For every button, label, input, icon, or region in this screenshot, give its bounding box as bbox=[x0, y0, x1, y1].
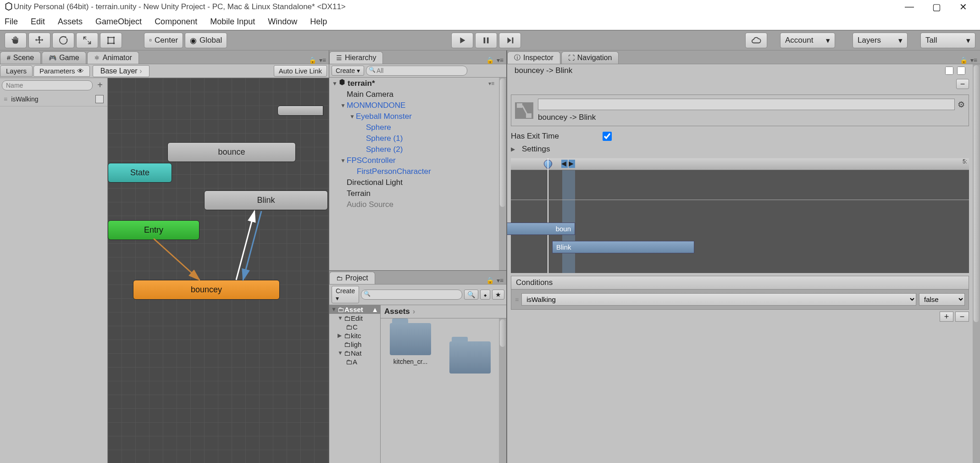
lock-icon[interactable]: 🔒 bbox=[960, 56, 968, 64]
tab-options-icon[interactable]: ▾≡ bbox=[970, 56, 977, 64]
menu-edit[interactable]: Edit bbox=[31, 17, 45, 27]
hierarchy-search-input[interactable] bbox=[366, 66, 467, 76]
tab-options-icon[interactable]: ▾≡ bbox=[319, 56, 326, 64]
menu-window[interactable]: Window bbox=[268, 17, 297, 27]
project-folder[interactable]: 🗀A bbox=[329, 357, 380, 366]
settings-row[interactable]: ▶ Settings bbox=[507, 143, 980, 156]
timeline-ruler[interactable]: ◀▶ 5: bbox=[511, 158, 969, 170]
hand-tool-button[interactable] bbox=[5, 33, 27, 48]
animator-graph[interactable]: State bounce Blink Entry bouncey bbox=[108, 78, 329, 463]
timeline-range-handles[interactable]: ◀▶ bbox=[561, 160, 575, 168]
has-exit-time-checkbox[interactable] bbox=[603, 132, 612, 141]
close-icon[interactable]: ✕ bbox=[959, 1, 967, 12]
play-button[interactable] bbox=[451, 33, 473, 48]
move-tool-button[interactable] bbox=[28, 33, 50, 48]
transition-name-input[interactable] bbox=[538, 99, 955, 110]
project-folder[interactable]: ▼🗀Nat bbox=[329, 349, 380, 357]
expand-arrow-icon[interactable]: ▼ bbox=[340, 102, 347, 109]
tab-inspector[interactable]: ⓘInspector bbox=[507, 51, 560, 64]
tab-game[interactable]: 🎮Game bbox=[42, 51, 86, 64]
project-folder[interactable]: ▶🗀kitc bbox=[329, 331, 380, 340]
project-breadcrumb[interactable]: Assets› bbox=[381, 305, 506, 318]
gear-icon[interactable]: ⚙ bbox=[958, 100, 965, 110]
timeline-transition-range[interactable] bbox=[562, 170, 575, 273]
minimize-icon[interactable]: — bbox=[905, 1, 914, 12]
account-dropdown[interactable]: Account▾ bbox=[780, 33, 835, 48]
expand-arrow-icon[interactable]: ▼ bbox=[340, 157, 347, 164]
source-clip[interactable]: boun bbox=[507, 223, 575, 235]
step-button[interactable] bbox=[499, 33, 521, 48]
bouncey-state-node[interactable]: bouncey bbox=[133, 280, 280, 300]
mute-checkbox[interactable] bbox=[957, 67, 965, 75]
expand-arrow-icon[interactable]: ▼ bbox=[349, 113, 356, 120]
menu-file[interactable]: File bbox=[5, 17, 18, 27]
tab-animator[interactable]: ⚛Animator bbox=[87, 51, 139, 64]
blink-state-node[interactable]: Blink bbox=[204, 190, 328, 210]
hierarchy-item[interactable]: FirstPersonCharacter bbox=[329, 166, 506, 177]
asset-folder-item[interactable]: kitchen_cr... bbox=[385, 323, 436, 376]
scale-tool-button[interactable] bbox=[76, 33, 98, 48]
tab-options-icon[interactable]: ▾≡ bbox=[497, 277, 504, 284]
pause-button[interactable] bbox=[475, 33, 497, 48]
entry-state-node[interactable]: Entry bbox=[108, 220, 199, 240]
project-folder[interactable]: ▼🗀Edit bbox=[329, 314, 380, 323]
solo-checkbox[interactable] bbox=[945, 67, 953, 75]
tab-options-icon[interactable]: ▾≡ bbox=[497, 56, 504, 64]
parameter-row[interactable]: ≡ isWalking bbox=[0, 92, 107, 106]
tab-hierarchy[interactable]: ☰Hierarchy bbox=[329, 51, 383, 64]
remove-transition-button[interactable]: − bbox=[956, 79, 969, 89]
parameter-search-input[interactable] bbox=[2, 80, 93, 90]
hierarchy-scrollbar[interactable] bbox=[499, 78, 506, 270]
transition-timeline[interactable]: ◀▶ 5: boun Blink bbox=[511, 158, 969, 273]
maximize-icon[interactable]: ▢ bbox=[932, 1, 941, 12]
menu-component[interactable]: Component bbox=[155, 17, 197, 27]
tab-scene[interactable]: #Scene bbox=[0, 51, 41, 64]
menu-mobile-input[interactable]: Mobile Input bbox=[210, 17, 255, 27]
lock-icon[interactable]: 🔒 bbox=[486, 277, 494, 284]
add-parameter-button[interactable]: + bbox=[94, 80, 105, 90]
any-state-node[interactable]: State bbox=[108, 163, 172, 183]
parameter-bool-checkbox[interactable] bbox=[95, 95, 104, 103]
tab-navigation[interactable]: ⛶Navigation bbox=[561, 51, 619, 64]
menu-gameobject[interactable]: GameObject bbox=[95, 17, 142, 27]
drag-handle-icon[interactable]: ≡ bbox=[515, 296, 519, 303]
expand-arrow-icon[interactable]: ▼ bbox=[332, 80, 338, 87]
hierarchy-item[interactable]: Terrain bbox=[329, 188, 506, 199]
asset-folder-item[interactable] bbox=[445, 341, 495, 376]
layers-dropdown[interactable]: Layers▾ bbox=[853, 33, 908, 48]
scene-row[interactable]: ▼ terrain* ▾≡ bbox=[329, 78, 506, 89]
project-folder[interactable]: 🗀C bbox=[329, 323, 380, 331]
bounce-state-node[interactable]: bounce bbox=[167, 142, 296, 162]
hierarchy-item[interactable]: ▼FPSController bbox=[329, 155, 506, 166]
inspector-scrollbar[interactable] bbox=[973, 64, 980, 463]
layout-dropdown[interactable]: Tall▾ bbox=[920, 33, 975, 48]
hierarchy-item[interactable]: Sphere bbox=[329, 122, 506, 133]
filter-type-button[interactable]: ⬥ bbox=[480, 290, 490, 300]
project-scrollbar[interactable] bbox=[499, 318, 506, 463]
scene-options-icon[interactable]: ▾≡ bbox=[488, 80, 494, 87]
hierarchy-item[interactable]: Audio Source bbox=[329, 199, 506, 210]
rect-tool-button[interactable] bbox=[100, 33, 122, 48]
hierarchy-item[interactable]: ▼Eyeball Monster bbox=[329, 111, 506, 122]
pivot-mode-button[interactable]: ▫Center bbox=[144, 33, 183, 48]
cloud-button[interactable] bbox=[745, 33, 767, 48]
hierarchy-item[interactable]: Sphere (2) bbox=[329, 144, 506, 155]
drag-handle-icon[interactable]: ≡ bbox=[4, 95, 7, 103]
auto-live-link-button[interactable]: Auto Live Link bbox=[274, 65, 327, 77]
dest-clip[interactable]: Blink bbox=[552, 241, 694, 253]
lock-icon[interactable]: 🔒 bbox=[486, 56, 494, 64]
project-search-input[interactable] bbox=[361, 290, 462, 300]
parameters-subtab[interactable]: Parameters 👁 bbox=[33, 65, 90, 77]
layer-breadcrumb[interactable]: Base Layer › bbox=[93, 65, 150, 77]
transition-list-item[interactable]: bouncey -> Blink bbox=[511, 64, 969, 77]
lock-icon[interactable]: 🔒 bbox=[309, 56, 316, 64]
add-condition-button[interactable]: + bbox=[940, 312, 953, 322]
search-filter-button[interactable]: 🔍 bbox=[464, 290, 478, 300]
project-folder[interactable]: 🗀ligh bbox=[329, 340, 380, 349]
hierarchy-create-button[interactable]: Create ▾ bbox=[332, 66, 364, 76]
condition-param-select[interactable]: isWalking bbox=[521, 293, 916, 306]
assets-root[interactable]: ▼🗀Asset▲ bbox=[329, 305, 380, 314]
coord-mode-button[interactable]: ◉Global bbox=[185, 33, 227, 48]
hierarchy-item[interactable]: Main Camera bbox=[329, 89, 506, 100]
favorite-button[interactable]: ★ bbox=[492, 290, 504, 300]
